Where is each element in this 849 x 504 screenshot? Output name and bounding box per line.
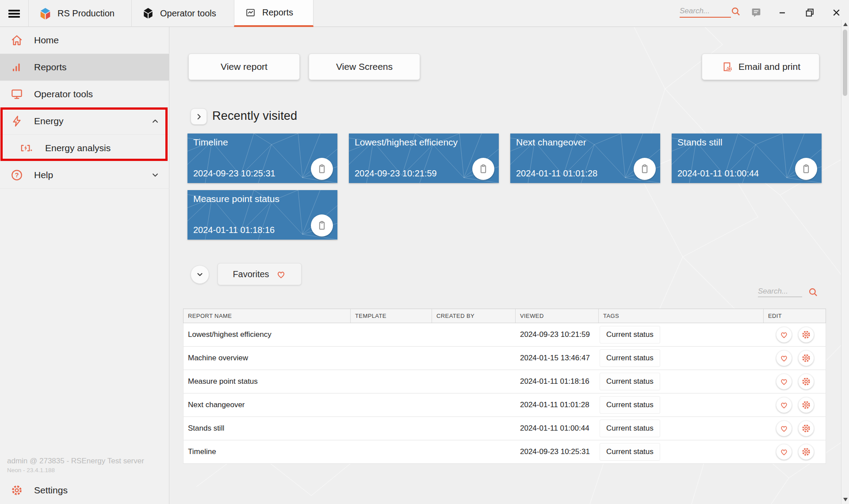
table-row[interactable]: Timeline 2024-09-23 10:25:31 Current sta… — [184, 440, 826, 464]
clipboard-button[interactable] — [634, 158, 656, 180]
operator-tools-cube-icon — [142, 8, 154, 19]
sidebar-item-settings[interactable]: Settings — [0, 480, 169, 501]
report-card[interactable]: Timeline 2024-09-23 10:25:31 — [187, 134, 337, 183]
sidebar-item-reports[interactable]: Reports — [0, 54, 169, 81]
global-search-input[interactable] — [680, 5, 731, 18]
table-header-row: REPORT NAME TEMPLATE CREATED BY VIEWED T… — [183, 309, 826, 323]
report-settings-button[interactable] — [798, 374, 814, 389]
heart-icon — [779, 400, 789, 410]
clipboard-icon — [316, 220, 328, 231]
clipboard-button[interactable] — [472, 158, 494, 180]
scrollbar-thumb[interactable] — [843, 30, 847, 96]
report-settings-button[interactable] — [798, 420, 814, 436]
sidebar-item-label: Operator tools — [34, 89, 93, 99]
favorites-collapse-button[interactable] — [191, 265, 209, 284]
table-search-input[interactable] — [758, 286, 802, 297]
table-body: Lowest/highest efficiency 2024-09-23 10:… — [183, 323, 826, 464]
table-row[interactable]: Stands still 2024-01-11 01:00:44 Current… — [184, 417, 826, 440]
clipboard-button[interactable] — [311, 214, 333, 237]
scroll-down-arrow-icon[interactable] — [843, 498, 848, 501]
card-timestamp: 2024-09-23 10:25:31 — [193, 168, 275, 179]
window-minimize-button[interactable] — [774, 4, 792, 21]
view-report-button[interactable]: View report — [188, 53, 300, 80]
sidebar-item-label: Settings — [34, 485, 68, 496]
table-column-header[interactable]: VIEWED — [516, 309, 599, 323]
gear-icon — [801, 353, 811, 363]
window-close-button[interactable] — [827, 4, 845, 21]
vertical-scrollbar[interactable] — [841, 20, 849, 504]
report-settings-button[interactable] — [798, 444, 814, 460]
feedback-chat-button[interactable] — [747, 4, 765, 21]
table-column-header[interactable]: CREATED BY — [432, 309, 516, 323]
table-row[interactable]: Machine overview 2024-01-15 13:46:47 Cur… — [184, 347, 826, 370]
gear-icon — [801, 447, 811, 457]
tag-badge: Current status — [600, 443, 660, 461]
report-name-cell: Machine overview — [184, 347, 351, 370]
help-icon: ? — [9, 168, 24, 182]
chevron-right-icon — [194, 112, 204, 122]
button-label: Email and print — [738, 61, 800, 72]
favorite-toggle-button[interactable] — [776, 397, 792, 413]
recently-visited-cards: Timeline 2024-09-23 10:25:31 — [187, 134, 833, 240]
tag-badge: Current status — [600, 396, 660, 414]
table-column-header[interactable]: TEMPLATE — [351, 309, 432, 323]
sidebar-item-label: Help — [34, 170, 53, 180]
clipboard-button[interactable] — [311, 158, 333, 180]
table-row[interactable]: Next changeover 2024-01-11 01:01:28 Curr… — [184, 393, 826, 417]
viewed-cell: 2024-09-23 10:21:59 — [516, 323, 599, 346]
hamburger-menu-button[interactable] — [0, 0, 28, 27]
created-by-cell — [432, 370, 516, 393]
email-print-icon — [721, 61, 733, 73]
template-cell — [351, 417, 432, 440]
scroll-up-arrow-icon[interactable] — [843, 23, 848, 26]
table-row[interactable]: Measure point status 2024-01-11 01:18:16… — [184, 370, 826, 393]
recently-visited-collapse-button[interactable] — [191, 108, 207, 125]
card-timestamp: 2024-09-23 10:21:59 — [355, 168, 437, 179]
report-settings-button[interactable] — [798, 350, 814, 366]
favorite-toggle-button[interactable] — [776, 327, 792, 343]
tab-label: RS Production — [57, 8, 115, 19]
sidebar-item-energy-analysis[interactable]: Energy analysis — [0, 135, 169, 162]
favorite-toggle-button[interactable] — [776, 374, 792, 389]
report-card[interactable]: Stands still 2024-01-11 01:00:44 — [672, 134, 822, 183]
report-settings-button[interactable] — [798, 327, 814, 343]
sidebar-item-help[interactable]: ? Help — [0, 162, 169, 189]
report-card[interactable]: Lowest/highest efficiency 2024-09-23 10:… — [349, 134, 499, 183]
table-search — [758, 286, 820, 300]
svg-text:?: ? — [15, 171, 19, 179]
table-column-header[interactable]: REPORT NAME — [184, 309, 351, 323]
report-card[interactable]: Measure point status 2024-01-11 01:18:16 — [187, 190, 337, 240]
tab-operator-tools[interactable]: Operator tools — [131, 0, 234, 27]
report-card[interactable]: Next changeover 2024-01-11 01:01:28 — [510, 134, 660, 183]
sidebar-item-home[interactable]: Home — [0, 27, 169, 54]
hamburger-icon — [8, 8, 20, 19]
sidebar-footer: admin @ 273835 - RSEnergy Test server Ne… — [7, 457, 166, 473]
search-icon[interactable] — [807, 286, 819, 298]
tab-reports[interactable]: Reports — [234, 0, 314, 27]
gear-icon — [801, 376, 811, 387]
favorite-toggle-button[interactable] — [776, 420, 792, 436]
rs-production-logo-icon — [39, 8, 51, 20]
table-column-header[interactable]: TAGS — [599, 309, 764, 323]
search-icon[interactable] — [730, 6, 742, 17]
tab-rs-production[interactable]: RS Production — [28, 0, 131, 27]
window-restore-button[interactable] — [801, 4, 818, 21]
card-title: Measure point status — [193, 194, 279, 204]
reports-table: REPORT NAME TEMPLATE CREATED BY VIEWED T… — [183, 309, 826, 464]
clipboard-button[interactable] — [795, 158, 817, 180]
sidebar-item-energy[interactable]: Energy — [0, 108, 169, 135]
table-row[interactable]: Lowest/highest efficiency 2024-09-23 10:… — [184, 323, 826, 347]
favorite-toggle-button[interactable] — [776, 350, 792, 366]
favorites-tab-button[interactable]: Favorites — [218, 263, 302, 285]
email-and-print-button[interactable]: Email and print — [702, 53, 819, 80]
minimize-icon — [777, 7, 788, 18]
report-settings-button[interactable] — [798, 397, 814, 413]
sidebar-item-label: Home — [34, 35, 59, 46]
sidebar-item-label: Reports — [34, 62, 67, 73]
created-by-cell — [432, 393, 516, 416]
view-screens-button[interactable]: View Screens — [309, 53, 420, 80]
lightning-icon — [9, 115, 24, 128]
sidebar-item-operator-tools[interactable]: Operator tools — [0, 81, 169, 108]
favorite-toggle-button[interactable] — [776, 444, 792, 460]
table-column-header[interactable]: EDIT — [764, 309, 826, 323]
